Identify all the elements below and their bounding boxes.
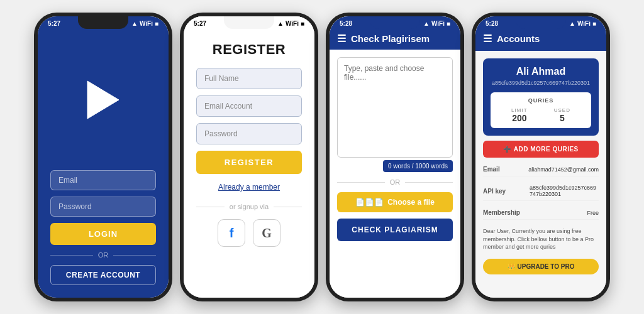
hamburger-icon[interactable]: ☰ bbox=[337, 33, 346, 45]
used-label: USED bbox=[554, 107, 570, 113]
user-name: Ali Ahmad bbox=[491, 66, 591, 77]
limit-value: 200 bbox=[511, 113, 527, 123]
email-value: aliahmad71452@gmail.com bbox=[528, 166, 599, 173]
fullname-input[interactable] bbox=[196, 68, 302, 89]
phone-register: 5:27 ▲ WiFi ■ REGISTER REGISTER Already … bbox=[180, 13, 318, 301]
choose-file-button[interactable]: 📄📄📄 Choose a file bbox=[337, 192, 453, 212]
email-info-row: Email aliahmad71452@gmail.com bbox=[483, 163, 599, 176]
email-input[interactable] bbox=[50, 170, 156, 190]
limit-item: LIMIT 200 bbox=[511, 107, 527, 123]
login-button[interactable]: LOGIN bbox=[50, 223, 156, 245]
phone-check: 5:28 ▲ WiFi ■ ☰ Check Plagirisem 0 words… bbox=[326, 13, 464, 301]
accounts-header: ☰ Accounts bbox=[475, 29, 606, 51]
add-queries-label: ADD MORE QURIES bbox=[514, 146, 579, 153]
accounts-body: Ali Ahmad a85cfe399d5d1c9257c669747b2203… bbox=[475, 51, 606, 282]
add-queries-button[interactable]: ➕ ADD MORE QURIES bbox=[483, 141, 599, 158]
check-header: ☰ Check Plagirisem bbox=[330, 29, 460, 50]
accounts-hamburger-icon[interactable]: ☰ bbox=[483, 33, 492, 45]
google-button[interactable]: G bbox=[253, 219, 280, 247]
used-value: 5 bbox=[554, 113, 570, 123]
or-signup-divider: or signup via bbox=[196, 203, 302, 210]
check-plagiarism-button[interactable]: CHECK PLAGIARISM bbox=[337, 219, 453, 241]
email-label: Email bbox=[483, 166, 500, 173]
or-divider: OR bbox=[50, 251, 156, 259]
phone-login: 5:27 ▲ WiFi ■ LOGIN bbox=[34, 13, 172, 301]
api-key-info-row: API key a85cfe399d5d1c9257c669747b220301 bbox=[483, 181, 599, 201]
status-icons-3: ▲ WiFi ■ bbox=[423, 20, 450, 27]
time-1: 5:27 bbox=[48, 20, 60, 27]
email-account-input[interactable] bbox=[196, 95, 302, 117]
limit-label: LIMIT bbox=[511, 107, 527, 113]
queries-box: QURIES LIMIT 200 USED 5 bbox=[491, 92, 591, 128]
svg-marker-0 bbox=[87, 81, 119, 119]
already-member-link[interactable]: Already a member bbox=[196, 180, 302, 194]
register-title: REGISTER bbox=[213, 41, 286, 58]
queries-title: QURIES bbox=[498, 97, 584, 104]
register-button[interactable]: REGISTER bbox=[196, 151, 302, 174]
used-item: USED 5 bbox=[554, 107, 570, 123]
api-key-label: API key bbox=[483, 188, 506, 195]
crown-icon: 👑 bbox=[508, 263, 515, 270]
queries-row: LIMIT 200 USED 5 bbox=[498, 107, 584, 123]
phone-accounts: 5:28 ▲ WiFi ■ ☰ Accounts Ali Ahmad a85cf… bbox=[472, 13, 610, 301]
check-body: 0 words / 1000 words OR 📄📄📄 Choose a fil… bbox=[330, 50, 460, 298]
reg-password-input[interactable] bbox=[196, 123, 302, 144]
user-card: Ali Ahmad a85cfe399d5d1c9257c669747b2203… bbox=[483, 58, 599, 136]
accounts-header-title: Accounts bbox=[497, 33, 540, 44]
plus-icon: ➕ bbox=[503, 146, 511, 153]
membership-info-row: Membership Free bbox=[483, 206, 599, 220]
upgrade-label: UPGRADE TO PRO bbox=[518, 263, 575, 270]
social-buttons: f G bbox=[196, 219, 302, 257]
upgrade-note: Dear User, Currently you are using free … bbox=[483, 225, 599, 254]
status-icons-1: ▲ WiFi ■ bbox=[131, 20, 158, 27]
api-key-value: a85cfe399d5d1c9257c669747b220301 bbox=[530, 185, 599, 197]
plagiarism-textarea[interactable] bbox=[337, 57, 453, 158]
file-icon: 📄📄📄 bbox=[355, 198, 384, 207]
register-header: REGISTER bbox=[184, 29, 314, 68]
app-logo-icon bbox=[84, 78, 122, 122]
logo-area bbox=[38, 29, 169, 170]
word-count-badge: 0 words / 1000 words bbox=[383, 160, 453, 172]
user-api-display: a85cfe399d5d1c9257c669747b220301 bbox=[491, 80, 591, 86]
or-divider-check: OR bbox=[337, 178, 453, 186]
upgrade-button[interactable]: 👑 UPGRADE TO PRO bbox=[483, 259, 599, 274]
status-icons-2: ▲ WiFi ■ bbox=[277, 20, 304, 27]
password-input[interactable] bbox=[50, 197, 156, 217]
register-form: REGISTER Already a member or signup via … bbox=[184, 68, 314, 298]
time-4: 5:28 bbox=[486, 20, 498, 27]
time-3: 5:28 bbox=[340, 20, 352, 27]
check-header-title: Check Plagirisem bbox=[351, 33, 430, 44]
choose-file-label: Choose a file bbox=[387, 198, 435, 207]
status-icons-4: ▲ WiFi ■ bbox=[569, 20, 596, 27]
login-form: LOGIN OR CREATE ACCOUNT bbox=[38, 170, 169, 298]
create-account-button[interactable]: CREATE ACCOUNT bbox=[50, 265, 156, 285]
membership-label: Membership bbox=[483, 209, 520, 216]
time-2: 5:27 bbox=[194, 20, 206, 27]
facebook-button[interactable]: f bbox=[218, 219, 245, 247]
membership-value: Free bbox=[587, 210, 599, 216]
